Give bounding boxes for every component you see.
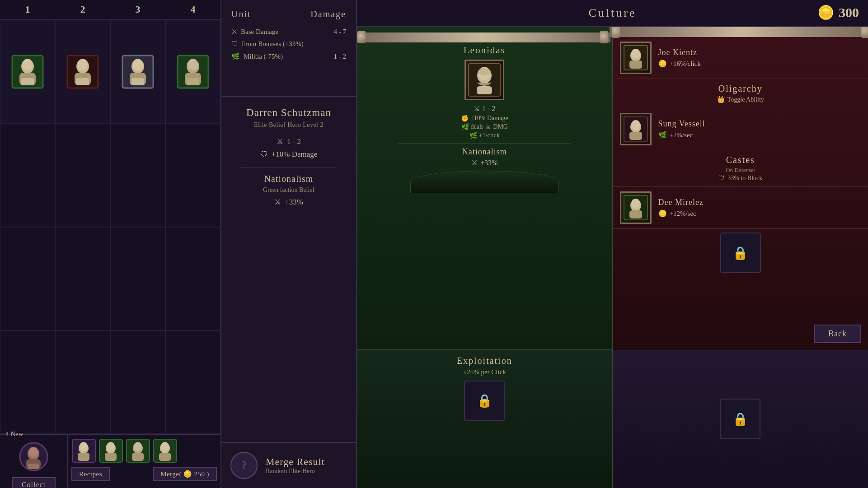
table-row[interactable] xyxy=(0,123,55,227)
svg-rect-4 xyxy=(21,78,34,85)
table-row[interactable] xyxy=(55,123,110,227)
table-row[interactable] xyxy=(0,227,55,330)
merge-title: Merge Result xyxy=(266,456,325,468)
svg-rect-32 xyxy=(105,453,117,461)
svg-rect-14 xyxy=(131,78,144,85)
militia-label: Militia (-75%) xyxy=(244,53,283,60)
svg-point-7 xyxy=(78,59,88,70)
recipes-merge-section: Recipes Merge( 🪙 250 ) xyxy=(68,435,221,488)
shield-icon-stat: 🛡 xyxy=(231,40,238,48)
leonidas-cell[interactable]: Leonidas ⚔ 1 - 2 xyxy=(357,27,613,350)
oligarchy-name: Oligarchy xyxy=(620,84,862,94)
coin-display: 🪙 300 xyxy=(817,5,859,20)
hero-subtitle: Elite Belief Hero Level 2 xyxy=(254,121,324,129)
joe-kientz-row[interactable]: Joe Kientz 🪙 +16%/click xyxy=(613,37,868,79)
sword-icon-leo: ⚔ xyxy=(474,104,480,113)
crown-icon-oli: 👑 xyxy=(717,96,725,103)
grid-col-1: 1 xyxy=(0,4,55,15)
leonidas-name: Leonidas xyxy=(464,45,506,56)
table-row[interactable] xyxy=(165,123,221,227)
sung-portrait xyxy=(620,113,652,145)
leonidas-deals: 🌿 deals ⚔ DMG xyxy=(461,123,508,131)
svg-rect-28 xyxy=(78,453,89,461)
svg-point-45 xyxy=(478,68,491,75)
collect-hero-portrait xyxy=(19,442,48,471)
hero-shield-icon: 🛡 xyxy=(260,150,268,159)
table-row[interactable] xyxy=(0,20,55,123)
recipes-button[interactable]: Recipes xyxy=(71,467,110,481)
back-button[interactable]: Back xyxy=(814,325,861,343)
table-row[interactable] xyxy=(55,20,110,123)
svg-point-31 xyxy=(107,442,115,451)
table-row[interactable] xyxy=(55,330,110,434)
table-row[interactable] xyxy=(110,330,165,434)
exploitation-value: +25% per Click xyxy=(463,368,506,376)
svg-point-2 xyxy=(23,59,33,70)
svg-rect-24 xyxy=(28,464,39,469)
sung-vessell-row[interactable]: Sung Vessell 🌿 +2%/sec xyxy=(613,108,868,150)
castes-block: 🛡 33% to Block xyxy=(620,175,862,182)
leonidas-click: 🌿 +1/click xyxy=(469,132,500,139)
bottom-right-locked: 🔒 xyxy=(613,350,868,488)
svg-rect-57 xyxy=(629,210,642,218)
joe-name: Joe Kientz xyxy=(658,48,701,57)
svg-point-56 xyxy=(631,199,640,209)
locked-slot-right: 🔒 xyxy=(613,229,868,277)
lock-icon-exploitation: 🔒 xyxy=(464,381,505,421)
shield-icon-castes: 🛡 xyxy=(718,175,725,182)
wheat-icon-sung: 🌿 xyxy=(658,131,667,139)
table-row[interactable] xyxy=(165,330,221,434)
leonidas-belief-value: ⚔ +33% xyxy=(471,158,497,167)
back-section: Back xyxy=(613,339,868,350)
culture-title: Culture xyxy=(589,6,637,20)
unit-label: Unit xyxy=(231,9,251,19)
merge-coin-icon: 🪙 xyxy=(183,470,192,478)
merge-result-panel: ? Merge Result Random Elite Hero xyxy=(221,443,356,488)
red-pole xyxy=(610,27,868,37)
leonidas-pole xyxy=(357,33,610,42)
table-row[interactable] xyxy=(165,20,221,123)
table-row[interactable] xyxy=(110,123,165,227)
svg-rect-49 xyxy=(629,60,642,69)
lock-icon-bottom-right: 🔒 xyxy=(720,399,760,439)
from-bonuses-label: From Bonuses (+33%) xyxy=(242,40,304,48)
hero-ability-name: Nationalism xyxy=(264,174,314,184)
joe-portrait xyxy=(620,42,652,74)
dee-name: Dee Mirelez xyxy=(658,198,704,207)
coin-icon-joe: 🪙 xyxy=(658,60,667,68)
table-row[interactable] xyxy=(110,227,165,330)
hero-grid xyxy=(0,19,221,434)
hero-damage-range: 1 - 2 xyxy=(287,137,301,146)
table-row[interactable] xyxy=(110,20,165,123)
svg-point-48 xyxy=(631,49,640,59)
merge-portraits-row xyxy=(71,438,217,463)
table-row[interactable] xyxy=(55,227,110,330)
collect-button[interactable]: Collect xyxy=(12,477,56,488)
svg-point-35 xyxy=(134,442,142,451)
dee-portrait xyxy=(620,191,652,224)
grid-col-4: 4 xyxy=(165,4,221,15)
svg-point-39 xyxy=(161,442,169,451)
base-damage-value: 4 - 7 xyxy=(334,28,347,36)
svg-rect-9 xyxy=(76,78,89,85)
merge-portrait-1 xyxy=(71,438,96,463)
merge-portrait-3 xyxy=(126,438,150,463)
hero-damage-bonus: +10% Damage xyxy=(272,150,318,159)
exploitation-name: Exploitation xyxy=(457,356,512,366)
exploitation-cell[interactable]: Exploitation +25% per Click 🔒 xyxy=(357,350,613,488)
oligarchy-ability: 👑 Toggle Ability xyxy=(620,96,862,103)
merge-button[interactable]: Merge( 🪙 250 ) xyxy=(153,467,217,481)
new-count-badge: 4 New xyxy=(0,430,23,438)
leonidas-damage: ⚔ 1 - 2 xyxy=(474,104,495,113)
joe-bonus: 🪙 +16%/click xyxy=(658,60,701,68)
grid-col-3: 3 xyxy=(110,4,165,15)
svg-point-27 xyxy=(80,442,88,451)
table-row[interactable] xyxy=(165,227,221,330)
oligarchy-row[interactable]: Oligarchy 👑 Toggle Ability xyxy=(613,79,868,108)
table-row[interactable] xyxy=(0,330,55,434)
dee-mirelez-row[interactable]: Dee Mirelez 🪙 +12%/sec xyxy=(613,187,868,229)
culture-panel: Culture 🪙 300 Leonidas xyxy=(357,0,868,488)
hero-name: Darren Schutzman xyxy=(246,107,331,119)
castes-row[interactable]: Castes On Defense: 🛡 33% to Block xyxy=(613,150,868,187)
dee-bonus: 🪙 +12%/sec xyxy=(658,209,704,218)
